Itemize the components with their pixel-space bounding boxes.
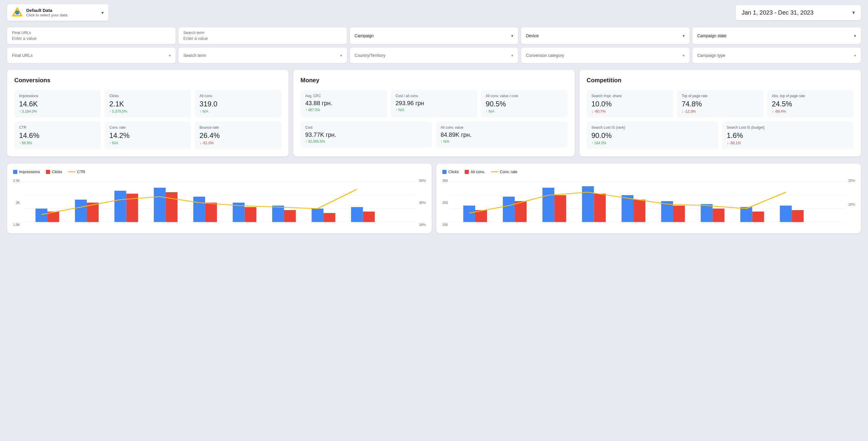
cost-all-conv-change: ↑ N/A <box>396 108 473 112</box>
svg-rect-24 <box>363 212 375 222</box>
competition-bottom-grid: Search Lost IS (rank) 90.0% ↑ 184.0% Sea… <box>587 121 854 149</box>
final-urls-input[interactable] <box>12 36 171 41</box>
chart1-y-right: 50% 40% 30% <box>417 179 426 226</box>
final-urls-dropdown[interactable]: Final URLs ▾ <box>7 48 176 63</box>
ctr-change: ↑ 66.9% <box>19 141 96 145</box>
final-urls-input-container: Final URLs <box>7 27 176 44</box>
chart2-svg-container <box>450 179 846 227</box>
legend-clicks-dot <box>46 170 50 174</box>
legend2-all-conv-dot <box>465 170 469 174</box>
competition-title: Competition <box>587 77 854 84</box>
ctr-value: 14.6% <box>19 131 96 140</box>
svg-rect-18 <box>244 207 256 222</box>
svg-rect-9 <box>75 200 87 222</box>
chart2-y1: 300 <box>442 179 448 182</box>
svg-rect-20 <box>284 210 296 222</box>
svg-rect-42 <box>713 209 724 222</box>
data-selector[interactable]: Default Data Click to select your data ▾ <box>7 4 108 21</box>
chart1-yr1: 50% <box>419 179 426 182</box>
all-conv-value-value: 84.89K грн. <box>440 131 563 138</box>
campaign-type-dropdown[interactable]: Campaign type ▾ <box>692 48 861 63</box>
legend-ctr: CTR <box>68 169 85 174</box>
bounce-rate-change: ↓ -61.0% <box>199 141 277 145</box>
svg-rect-12 <box>126 194 138 222</box>
date-range-text: Jan 1, 2023 - Dec 31, 2023 <box>742 9 813 16</box>
chart2-y-right: 25% 20% <box>846 179 855 226</box>
chart2-y-left: 300 250 200 <box>442 179 450 226</box>
cost-value: 93.77K грн. <box>305 131 428 138</box>
conv-rate-metric: Conv. rate 14.2% ↑ N/A <box>104 121 191 149</box>
all-conv-value-metric: All conv. value 84.89K грн. ↑ N/A <box>436 121 567 148</box>
country-territory-label: Country/Territory <box>355 53 385 58</box>
campaign-state-dropdown[interactable]: Campaign state ▾ <box>692 27 861 44</box>
all-conv-metric: All conv. 319.0 ↑ N/A <box>195 90 281 118</box>
conversions-title: Conversions <box>14 77 281 84</box>
search-term-input[interactable] <box>183 36 342 41</box>
bounce-rate-metric: Bounce rate 26.4% ↓ -61.0% <box>195 121 281 149</box>
date-selector[interactable]: Jan 1, 2023 - Dec 31, 2023 ▾ <box>736 5 861 20</box>
conversion-category-dropdown[interactable]: Conversion category ▾ <box>521 48 689 63</box>
device-dropdown[interactable]: Device ▾ <box>521 27 689 44</box>
top-of-page-rate-value: 74.8% <box>682 100 759 108</box>
campaign-type-label: Campaign type <box>697 53 725 58</box>
search-term-dropdown[interactable]: Search term ▾ <box>179 48 347 63</box>
all-conv-value-change: ↑ N/A <box>440 139 563 144</box>
svg-rect-43 <box>740 207 752 222</box>
chart-impressions: Impressions Clicks CTR 2.5K 2K 1.5K <box>7 164 432 233</box>
chart1-area: 2.5K 2K 1.5K <box>13 179 426 227</box>
svg-rect-36 <box>594 194 606 222</box>
clicks-metric: Clicks 2.1K ↑ 5,379.5% <box>104 90 191 118</box>
svg-point-2 <box>16 11 18 13</box>
search-term-dropdown-arrow-icon: ▾ <box>340 53 342 58</box>
svg-rect-7 <box>35 209 48 222</box>
google-ads-logo <box>12 7 23 18</box>
all-conv-value: 319.0 <box>199 100 277 108</box>
search-lost-is-rank-metric: Search Lost IS (rank) 90.0% ↑ 184.0% <box>587 121 718 149</box>
final-urls-label: Final URLs <box>12 30 171 35</box>
svg-rect-21 <box>311 209 323 222</box>
avg-cpc-change: ↑ 487.0% <box>305 108 382 112</box>
cost-metric: Cost 93.77K грн. ↑ 32,065.0% <box>301 121 432 148</box>
chart1-legend: Impressions Clicks CTR <box>13 169 426 174</box>
country-territory-arrow-icon: ▾ <box>511 53 513 58</box>
search-impr-share-value: 10.0% <box>591 100 669 108</box>
svg-rect-23 <box>351 207 363 222</box>
impressions-change: ↑ 3,184.0% <box>19 109 96 114</box>
svg-rect-31 <box>503 197 515 222</box>
chart2-area: 300 250 200 <box>442 179 855 227</box>
data-selector-arrow-icon: ▾ <box>101 10 104 15</box>
cost-all-conv-metric: Cost / all conv. 293.96 грн ↑ N/A <box>391 90 477 118</box>
money-top-grid: Avg. CPC 43.88 грн. ↑ 487.0% Cost / all … <box>301 90 567 118</box>
top-of-page-rate-change: ↓ -12.3% <box>682 109 759 114</box>
country-territory-dropdown[interactable]: Country/Territory ▾ <box>350 48 518 63</box>
cost-all-conv-label: Cost / all conv. <box>396 94 473 98</box>
filters-row-2: Final URLs ▾ Search term ▾ Country/Terri… <box>0 46 868 66</box>
search-lost-is-rank-value: 90.0% <box>591 131 714 140</box>
svg-rect-19 <box>272 206 284 222</box>
impressions-label: Impressions <box>19 94 96 98</box>
legend2-clicks-label: Clicks <box>448 169 459 174</box>
all-conv-value-label: All conv. value <box>440 125 563 130</box>
search-impr-share-metric: Search Impr. share 10.0% ↓ -80.7% <box>587 90 673 118</box>
abs-top-of-page-change: ↓ -69.4% <box>772 109 849 114</box>
legend2-clicks: Clicks <box>442 169 459 174</box>
svg-rect-45 <box>780 206 792 222</box>
charts-section: Impressions Clicks CTR 2.5K 2K 1.5K <box>0 160 868 241</box>
device-label: Device <box>526 33 538 38</box>
cost-label: Cost <box>305 125 428 130</box>
chart2-legend: Clicks All conv. Conv. rate <box>442 169 855 174</box>
data-selector-sub: Click to select your data <box>26 13 98 17</box>
chart2-y2: 250 <box>442 201 448 204</box>
conversion-category-arrow-icon: ▾ <box>683 53 685 58</box>
ctr-metric: CTR 14.6% ↑ 66.9% <box>14 121 101 149</box>
chart1-yr3: 30% <box>419 223 426 226</box>
cost-all-conv-value: 293.96 грн <box>396 100 473 107</box>
campaign-dropdown[interactable]: Campaign ▾ <box>350 27 518 44</box>
all-conv-value-cost-value: 90.5% <box>486 100 563 108</box>
search-term-input-container: Search term <box>179 27 347 44</box>
search-lost-is-rank-label: Search Lost IS (rank) <box>591 125 714 130</box>
competition-top-grid: Search Impr. share 10.0% ↓ -80.7% Top of… <box>587 90 854 118</box>
campaign-label: Campaign <box>355 33 374 38</box>
chart1-y1: 2.5K <box>13 179 20 182</box>
search-term-dropdown-label: Search term <box>183 53 206 58</box>
